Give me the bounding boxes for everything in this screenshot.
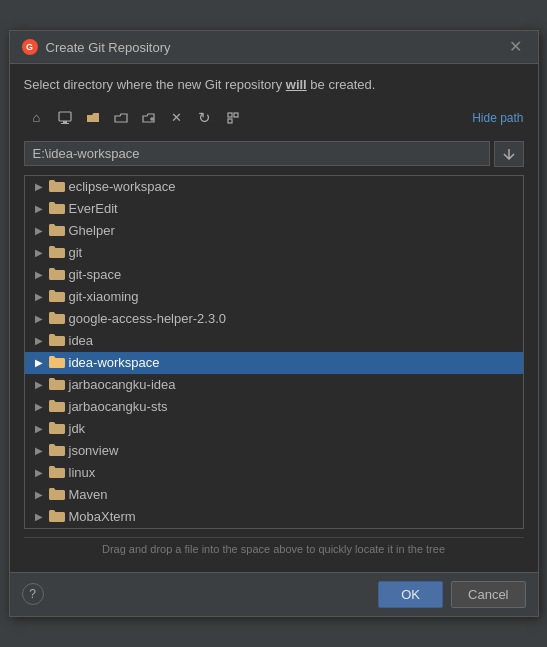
home-button[interactable]: ⌂ <box>24 105 50 131</box>
tree-item-label: linux <box>69 465 96 480</box>
folder-icon <box>49 377 65 393</box>
tree-item-label: git-xiaoming <box>69 289 139 304</box>
svg-rect-1 <box>63 121 67 123</box>
tree-item[interactable]: ▶EverEdit <box>25 198 523 220</box>
tree-item-label: git <box>69 245 83 260</box>
subtitle: Select directory where the new Git repos… <box>24 76 524 94</box>
tree-item-label: MobaXterm <box>69 509 136 524</box>
tree-arrow-icon: ▶ <box>33 489 45 500</box>
folder-icon <box>49 487 65 503</box>
svg-rect-7 <box>228 119 232 123</box>
svg-rect-2 <box>61 123 69 124</box>
folder2-button[interactable] <box>108 105 134 131</box>
open-folder-button[interactable] <box>80 105 106 131</box>
tree-item[interactable]: ▶Ghelper <box>25 220 523 242</box>
tree-item[interactable]: ▶eclipse-workspace <box>25 176 523 198</box>
tree-item-label: idea <box>69 333 94 348</box>
tree-arrow-icon: ▶ <box>33 379 45 390</box>
subtitle-prefix: Select directory where the new Git repos… <box>24 77 286 92</box>
tree-arrow-icon: ▶ <box>33 291 45 302</box>
tree-item-label: google-access-helper-2.3.0 <box>69 311 227 326</box>
collapse-button[interactable] <box>220 105 246 131</box>
hide-path-link[interactable]: Hide path <box>472 111 523 125</box>
tree-arrow-icon: ▶ <box>33 225 45 236</box>
folder-icon <box>49 289 65 305</box>
folder-icon <box>49 333 65 349</box>
folder-icon <box>49 311 65 327</box>
tree-item[interactable]: ▶git <box>25 242 523 264</box>
tree-arrow-icon: ▶ <box>33 313 45 324</box>
tree-item[interactable]: ▶Maven <box>25 484 523 506</box>
tree-arrow-icon: ▶ <box>33 247 45 258</box>
folder-icon <box>49 179 65 195</box>
tree-item[interactable]: ▶jarbaocangku-sts <box>25 396 523 418</box>
tree-item-label: git-space <box>69 267 122 282</box>
tree-item-label: jdk <box>69 421 86 436</box>
tree-item-label: jarbaocangku-idea <box>69 377 176 392</box>
tree-item[interactable]: ▶idea <box>25 330 523 352</box>
close-button[interactable]: ✕ <box>505 39 526 55</box>
folder-icon <box>49 509 65 525</box>
dialog-content: Select directory where the new Git repos… <box>10 64 538 571</box>
folder-icon <box>49 223 65 239</box>
help-button[interactable]: ? <box>22 583 44 605</box>
tree-item-label: eclipse-workspace <box>69 179 176 194</box>
tree-item-label: Ghelper <box>69 223 115 238</box>
tree-arrow-icon: ▶ <box>33 511 45 522</box>
tree-item-label: EverEdit <box>69 201 118 216</box>
folder-icon <box>49 443 65 459</box>
svg-rect-5 <box>228 113 232 117</box>
browse-button[interactable] <box>494 141 524 167</box>
svg-rect-0 <box>59 112 71 121</box>
tree-arrow-icon: ▶ <box>33 445 45 456</box>
subtitle-bold: will <box>286 77 307 92</box>
tree-item[interactable]: ▶git-space <box>25 264 523 286</box>
tree-arrow-icon: ▶ <box>33 423 45 434</box>
cancel-button[interactable]: Cancel <box>451 581 525 608</box>
tree-item-label: jsonview <box>69 443 119 458</box>
folder-icon <box>49 245 65 261</box>
svg-rect-6 <box>234 113 238 117</box>
tree-item[interactable]: ▶linux <box>25 462 523 484</box>
folder-icon <box>49 267 65 283</box>
folder-icon <box>49 355 65 371</box>
tree-arrow-icon: ▶ <box>33 335 45 346</box>
tree-arrow-icon: ▶ <box>33 357 45 368</box>
delete-button[interactable]: ✕ <box>164 105 190 131</box>
subtitle-suffix: be created. <box>307 77 376 92</box>
folder-icon <box>49 421 65 437</box>
folder-icon <box>49 399 65 415</box>
file-toolbar: ⌂ ✕ ↻ Hide path <box>24 103 524 133</box>
tree-item[interactable]: ▶google-access-helper-2.3.0 <box>25 308 523 330</box>
ok-button[interactable]: OK <box>378 581 443 608</box>
file-tree[interactable]: ▶eclipse-workspace▶EverEdit▶Ghelper▶git▶… <box>24 175 524 529</box>
tree-item[interactable]: ▶jsonview <box>25 440 523 462</box>
tree-arrow-icon: ▶ <box>33 181 45 192</box>
tree-item[interactable]: ▶idea-workspace <box>25 352 523 374</box>
tree-arrow-icon: ▶ <box>33 269 45 280</box>
title-bar: G Create Git Repository ✕ <box>10 31 538 64</box>
desktop-button[interactable] <box>52 105 78 131</box>
tree-item-label: Maven <box>69 487 108 502</box>
path-input[interactable] <box>24 141 490 166</box>
app-icon: G <box>22 39 38 55</box>
tree-arrow-icon: ▶ <box>33 203 45 214</box>
path-input-row <box>24 141 524 167</box>
tree-item-label: idea-workspace <box>69 355 160 370</box>
tree-item[interactable]: ▶jarbaocangku-idea <box>25 374 523 396</box>
tree-item[interactable]: ▶MobaXterm <box>25 506 523 528</box>
folder-icon <box>49 465 65 481</box>
dialog-footer: ? OK Cancel <box>10 572 538 616</box>
tree-arrow-icon: ▶ <box>33 401 45 412</box>
create-git-repository-dialog: G Create Git Repository ✕ Select directo… <box>9 30 539 616</box>
tree-item[interactable]: ▶git-xiaoming <box>25 286 523 308</box>
new-folder-button[interactable] <box>136 105 162 131</box>
dialog-title: Create Git Repository <box>46 40 171 55</box>
tree-arrow-icon: ▶ <box>33 467 45 478</box>
tree-item-label: jarbaocangku-sts <box>69 399 168 414</box>
refresh-button[interactable]: ↻ <box>192 105 218 131</box>
folder-icon <box>49 201 65 217</box>
tree-item[interactable]: ▶jdk <box>25 418 523 440</box>
drag-hint: Drag and drop a file into the space abov… <box>24 537 524 560</box>
